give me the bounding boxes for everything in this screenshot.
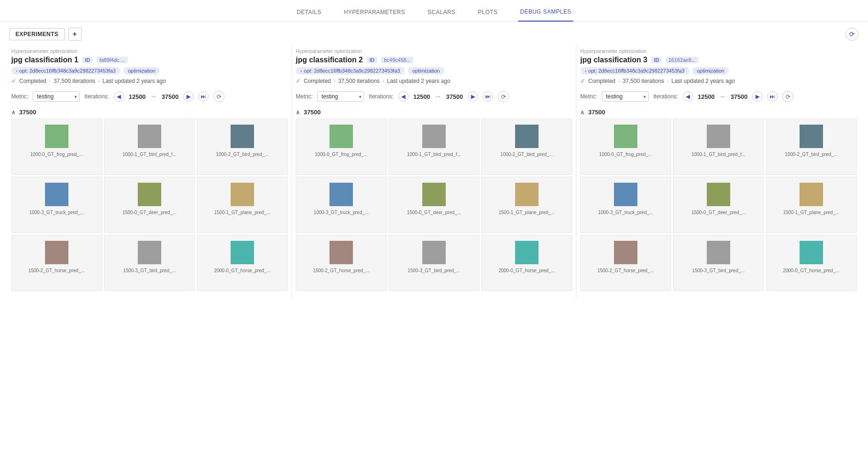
image-card-3-1[interactable]: 1000-1_GT_bird_pred_f... bbox=[673, 119, 764, 175]
image-thumb-2-8 bbox=[515, 241, 539, 264]
image-card-1-3[interactable]: 1000-3_GT_truck_pred_... bbox=[11, 177, 102, 233]
image-card-2-8[interactable]: 2000-0_GT_horse_pred_... bbox=[481, 235, 572, 291]
status-check-icon-3: ✓ bbox=[580, 77, 585, 84]
image-card-2-1[interactable]: 1000-1_GT_bird_pred_f... bbox=[389, 119, 479, 175]
metric-select-wrapper-2: testing bbox=[317, 91, 364, 102]
image-card-3-5[interactable]: 1500-1_GT_plane_pred_... bbox=[766, 177, 857, 233]
image-card-2-0[interactable]: 1000-0_GT_frog_pred_... bbox=[296, 119, 387, 175]
image-grid-2: 1000-0_GT_frog_pred_... 1000-1_GT_bird_p… bbox=[296, 119, 572, 291]
image-card-1-6[interactable]: 1500-2_GT_horse_pred_... bbox=[11, 235, 102, 291]
tab-debug-samples[interactable]: DEBUG SAMPLES bbox=[518, 5, 573, 22]
tab-details[interactable]: DETAILS bbox=[295, 5, 323, 21]
status-check-icon-2: ✓ bbox=[296, 77, 301, 84]
collapse-btn-2[interactable]: ∧ bbox=[296, 109, 300, 116]
sync-btn-2[interactable]: ⟳ bbox=[498, 91, 509, 102]
image-card-2-4[interactable]: 1500-0_GT_deer_pred_... bbox=[389, 177, 479, 233]
status-check-icon-1: ✓ bbox=[11, 77, 16, 84]
image-label-2-2: 1000-2_GT_bird_pred_... bbox=[501, 152, 553, 157]
tab-scalars[interactable]: SCALARS bbox=[426, 5, 457, 21]
collapse-btn-3[interactable]: ∧ bbox=[580, 109, 584, 116]
image-card-2-5[interactable]: 1500-1_GT_plane_pred_... bbox=[481, 177, 572, 233]
image-label-3-8: 2000-0_GT_horse_pred_... bbox=[783, 268, 840, 273]
tag-label: optimization bbox=[128, 68, 156, 74]
image-thumb-3-4 bbox=[707, 183, 730, 206]
tag-arrow-icon: › bbox=[300, 68, 302, 74]
image-label-2-0: 1000-0_GT_frog_pred_... bbox=[315, 152, 368, 157]
image-thumb-2-3 bbox=[329, 183, 353, 206]
iter-label-3: Iterations: bbox=[653, 93, 678, 100]
iterations-text-3: 37,500 iterations bbox=[622, 78, 664, 84]
refresh-button[interactable]: ⟳ bbox=[846, 28, 859, 41]
collapse-btn-1[interactable]: ∧ bbox=[11, 109, 15, 116]
iter-next-btn-1[interactable]: ▶ bbox=[183, 91, 194, 102]
tag-2-1[interactable]: optimization bbox=[408, 67, 445, 74]
metric-row-2: Metric: testing Iterations: ◀ 12500 ↔ 37… bbox=[296, 86, 572, 105]
last-updated-text-2: Last updated 2 years ago bbox=[387, 78, 450, 84]
image-label-2-7: 1500-3_GT_bird_pred_... bbox=[408, 268, 460, 273]
exp-title-row-1: jpg classification 1 ID fa89f4dc ... bbox=[11, 56, 288, 64]
iterations-text-1: 37,500 iterations bbox=[53, 78, 95, 84]
iter-end-btn-2[interactable]: ⏭ bbox=[483, 91, 493, 102]
iter-end-btn-3[interactable]: ⏭ bbox=[767, 91, 778, 102]
iter-start-1: 12500 bbox=[129, 93, 146, 100]
image-thumb-2-5 bbox=[515, 183, 539, 206]
sync-btn-1[interactable]: ⟳ bbox=[213, 91, 224, 102]
image-card-1-0[interactable]: 1000-0_GT_frog_pred_... bbox=[11, 119, 102, 175]
image-card-3-4[interactable]: 1500-0_GT_deer_pred_... bbox=[673, 177, 764, 233]
image-label-3-6: 1500-2_GT_horse_pred_... bbox=[598, 268, 654, 273]
image-card-3-2[interactable]: 1000-2_GT_bird_pred_... bbox=[766, 119, 857, 175]
tag-3-0[interactable]: › opt: 2d8ecc16ffb348c3a9c2982273453fa3 bbox=[580, 67, 689, 74]
image-card-1-2[interactable]: 1000-2_GT_bird_pred_... bbox=[197, 119, 288, 175]
image-card-1-5[interactable]: 1500-1_GT_plane_pred_... bbox=[197, 177, 288, 233]
iter-end-btn-1[interactable]: ⏭ bbox=[198, 91, 209, 102]
main-content: Hyperparameter optimization jpg classifi… bbox=[0, 45, 868, 298]
image-label-2-4: 1500-0_GT_deer_pred_... bbox=[407, 210, 461, 215]
tag-1-0[interactable]: › opt: 2d8ecc16ffb348c3a9c2982273453fa3 bbox=[11, 67, 120, 74]
iter-prev-btn-3[interactable]: ◀ bbox=[683, 91, 693, 102]
metric-label-3: Metric: bbox=[580, 93, 597, 100]
metric-select-1[interactable]: testing bbox=[33, 91, 80, 102]
image-card-3-8[interactable]: 2000-0_GT_horse_pred_... bbox=[766, 235, 857, 291]
image-label-1-5: 1500-1_GT_plane_pred_... bbox=[214, 210, 270, 215]
tags-row-3: › opt: 2d8ecc16ffb348c3a9c2982273453fa3 … bbox=[580, 67, 857, 74]
image-card-3-7[interactable]: 1500-3_GT_bird_pred_... bbox=[673, 235, 764, 291]
badge-id-1: ID bbox=[82, 57, 93, 63]
section-header-1: ∧ 37500 bbox=[11, 105, 288, 119]
metric-select-3[interactable]: testing bbox=[602, 91, 649, 102]
tag-label: optimization bbox=[697, 68, 725, 74]
experiments-button[interactable]: EXPERIMENTS bbox=[9, 28, 65, 40]
tag-2-0[interactable]: › opt: 2d8ecc16ffb348c3a9c2982273453fa3 bbox=[296, 67, 405, 74]
image-card-1-4[interactable]: 1500-0_GT_deer_pred_... bbox=[104, 177, 195, 233]
iter-next-btn-3[interactable]: ▶ bbox=[752, 91, 763, 102]
image-thumb-3-8 bbox=[800, 241, 823, 264]
add-experiment-button[interactable]: + bbox=[68, 28, 82, 41]
iter-next-btn-2[interactable]: ▶ bbox=[468, 91, 478, 102]
image-card-2-2[interactable]: 1000-2_GT_bird_pred_... bbox=[481, 119, 572, 175]
image-card-1-8[interactable]: 2000-0_GT_horse_pred_... bbox=[197, 235, 288, 291]
tag-1-1[interactable]: optimization bbox=[123, 67, 160, 74]
image-label-2-5: 1500-1_GT_plane_pred_... bbox=[499, 210, 555, 215]
image-thumb-3-6 bbox=[614, 241, 637, 264]
tag-3-1[interactable]: optimization bbox=[692, 67, 729, 74]
image-card-2-6[interactable]: 1500-2_GT_horse_pred_... bbox=[296, 235, 387, 291]
image-card-3-6[interactable]: 1500-2_GT_horse_pred_... bbox=[580, 235, 671, 291]
metric-label-1: Metric: bbox=[11, 93, 28, 100]
image-card-1-7[interactable]: 1500-3_GT_bird_pred_... bbox=[104, 235, 195, 291]
iter-prev-btn-1[interactable]: ◀ bbox=[114, 91, 124, 102]
image-card-2-3[interactable]: 1000-3_GT_truck_pred_... bbox=[296, 177, 387, 233]
image-card-3-3[interactable]: 1000-3_GT_truck_pred_... bbox=[580, 177, 671, 233]
image-label-3-4: 1500-0_GT_deer_pred_... bbox=[691, 210, 746, 215]
image-card-1-1[interactable]: 1000-1_GT_bird_pred_f... bbox=[104, 119, 195, 175]
image-card-2-7[interactable]: 1500-3_GT_bird_pred_... bbox=[389, 235, 479, 291]
image-card-3-0[interactable]: 1000-0_GT_frog_pred_... bbox=[580, 119, 671, 175]
metric-select-2[interactable]: testing bbox=[317, 91, 364, 102]
iter-prev-btn-2[interactable]: ◀ bbox=[398, 91, 409, 102]
sync-btn-3[interactable]: ⟳ bbox=[782, 91, 793, 102]
iter-range-icon-2: ↔ bbox=[435, 93, 441, 100]
tab-plots[interactable]: PLOTS bbox=[476, 5, 500, 21]
status-dot-1: · bbox=[49, 78, 51, 84]
last-updated-text-1: Last updated 2 years ago bbox=[102, 78, 165, 84]
metric-label-2: Metric: bbox=[296, 93, 313, 100]
tab-hyperparameters[interactable]: HYPERPARAMETERS bbox=[342, 5, 407, 21]
status-row-1: ✓ Completed · 37,500 iterations · Last u… bbox=[11, 77, 288, 84]
